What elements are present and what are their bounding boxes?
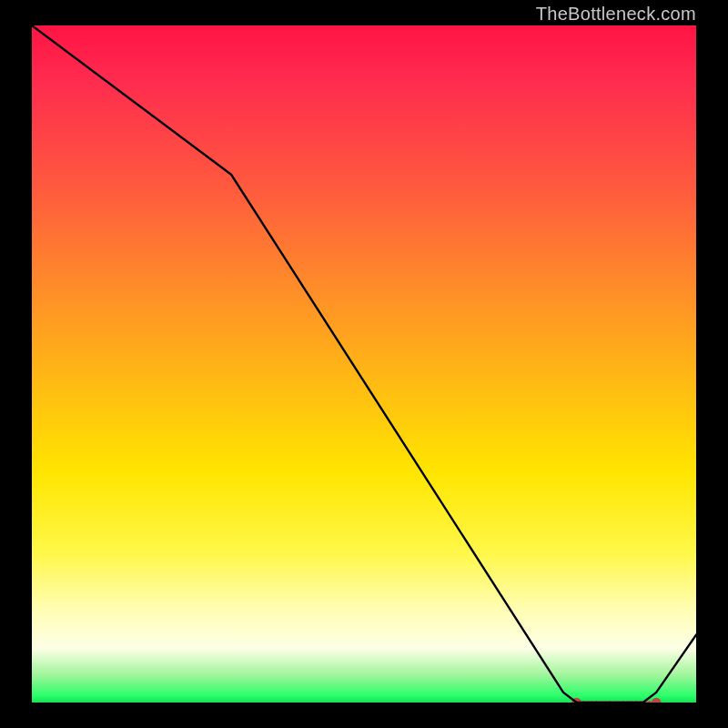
data-curve: [32, 25, 696, 703]
marker-dot: [648, 701, 652, 703]
attribution-label: TheBottleneck.com: [536, 4, 696, 25]
marker-endpoint: [652, 698, 661, 703]
chart-frame: TheBottleneck.com: [0, 0, 728, 728]
chart-svg: [32, 25, 696, 703]
plot-area: [32, 25, 696, 703]
